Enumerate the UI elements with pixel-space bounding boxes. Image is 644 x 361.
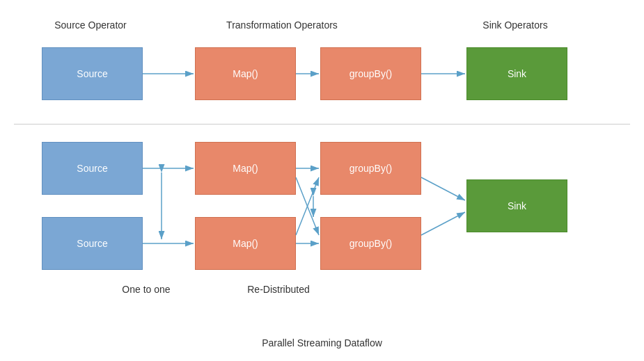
row2-map1-box: Map() [195,142,296,195]
row1-map-label: Map() [233,68,258,79]
row2-arrow-map1-groupby2 [296,177,319,235]
row2-groupby1-box: groupBy() [320,142,421,195]
row2-groupby2-box: groupBy() [320,217,421,270]
row2-arrow-map2-groupby1 [296,177,319,235]
row2-map2-label: Map() [233,238,258,249]
label-redistributed: Re-Distributed [223,284,334,295]
row1-source-label: Source [77,68,107,79]
row1-sink-box: Sink [466,47,567,100]
label-one-to-one: One to one [101,284,191,295]
row2-arrow-groupby1-sink [421,177,465,200]
row1-groupby-box: groupBy() [320,47,421,100]
row2-sink-box: Sink [466,179,567,232]
row2-arrow-groupby2-sink [421,212,465,235]
row2-groupby2-label: groupBy() [350,238,392,249]
row2-source2-label: Source [77,238,107,249]
row2-map2-box: Map() [195,217,296,270]
label-transformation-operators: Transformation Operators [202,19,362,31]
row2-source2-box: Source [42,217,143,270]
label-source-operator: Source Operator [42,19,139,31]
label-parallel-streaming: Parallel Streaming Dataflow [0,337,644,348]
row2-sink-label: Sink [508,200,526,211]
row1-map-box: Map() [195,47,296,100]
row2-source1-box: Source [42,142,143,195]
diagram-area: Source Operator Transformation Operators… [0,0,644,361]
row2-groupby1-label: groupBy() [350,163,392,174]
row2-source1-label: Source [77,163,107,174]
row2-map1-label: Map() [233,163,258,174]
row1-groupby-label: groupBy() [350,68,392,79]
divider [14,124,630,125]
row1-sink-label: Sink [508,68,526,79]
label-sink-operators: Sink Operators [460,19,571,31]
row1-source-box: Source [42,47,143,100]
